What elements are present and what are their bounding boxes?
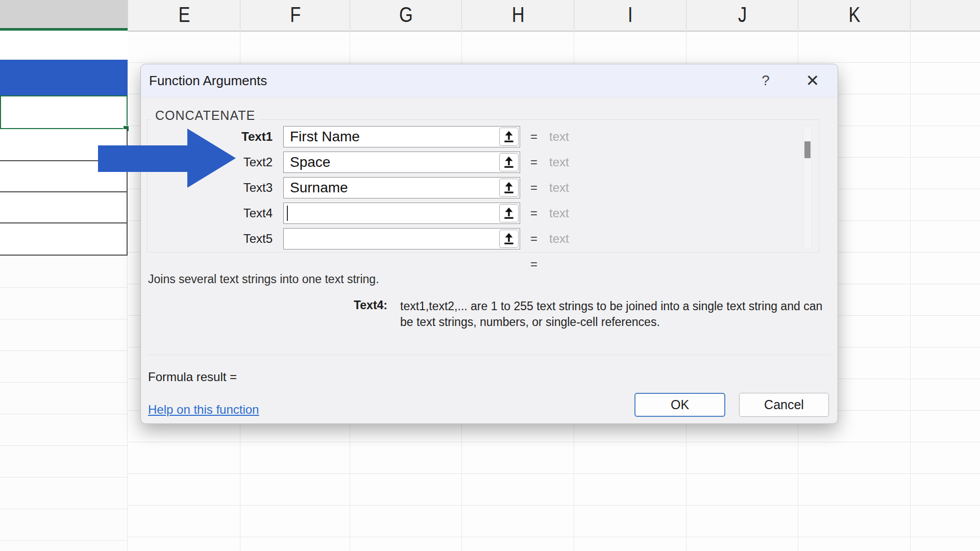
function-arguments-dialog: Function Arguments ? ✕ CONCATENATE Text1… bbox=[140, 64, 838, 424]
column-header-G[interactable]: G bbox=[350, 0, 462, 30]
selected-column-header[interactable] bbox=[0, 0, 128, 31]
bordered-table-rows[interactable] bbox=[0, 129, 128, 256]
function-name-label: CONCATENATE bbox=[151, 108, 259, 123]
argument-help-text: text1,text2,... are 1 to 255 text string… bbox=[400, 298, 831, 330]
argument-row-text4: Text4=text bbox=[141, 203, 838, 224]
argument-type-hint: text bbox=[549, 126, 569, 147]
excel-screen: EFGHIJK Function Arguments ? ✕ CONCATENA… bbox=[0, 0, 980, 551]
up-arrow-from-bar-icon bbox=[502, 181, 516, 194]
column-header-I[interactable]: I bbox=[574, 0, 687, 30]
result-equals-sign: = bbox=[524, 257, 544, 271]
help-on-function-link[interactable]: Help on this function bbox=[148, 403, 259, 417]
formula-result-label: Formula result = bbox=[148, 370, 237, 384]
cell[interactable] bbox=[0, 31, 128, 60]
gridline bbox=[910, 31, 911, 551]
argument-value: Space bbox=[290, 152, 330, 172]
argument-label: Text1 bbox=[211, 126, 273, 147]
gridline bbox=[128, 505, 980, 506]
equals-sign: = bbox=[524, 126, 544, 147]
table-row[interactable] bbox=[0, 129, 127, 161]
dialog-titlebar[interactable]: Function Arguments ? ✕ bbox=[141, 64, 838, 97]
collapse-dialog-button[interactable] bbox=[499, 153, 519, 171]
table-row[interactable] bbox=[0, 161, 127, 192]
argument-input-text3[interactable]: Surname bbox=[283, 177, 520, 198]
argument-input-text4[interactable] bbox=[283, 203, 520, 224]
argument-row-text1: Text1First Name=text bbox=[141, 126, 838, 147]
argument-label: Text4 bbox=[211, 203, 273, 224]
argument-help-label: Text4: bbox=[311, 298, 387, 312]
up-arrow-from-bar-icon bbox=[502, 232, 516, 245]
up-arrow-from-bar-icon bbox=[502, 156, 516, 169]
divider bbox=[147, 355, 831, 355]
gridline bbox=[128, 537, 980, 537]
argument-type-hint: text bbox=[549, 177, 569, 198]
column-header-row: EFGHIJK bbox=[0, 0, 980, 32]
equals-sign: = bbox=[524, 177, 544, 198]
collapse-dialog-button[interactable] bbox=[499, 128, 519, 146]
collapse-dialog-button[interactable] bbox=[499, 230, 519, 248]
argument-input-text2[interactable]: Space bbox=[283, 152, 520, 173]
gridline bbox=[128, 473, 980, 474]
argument-type-hint: text bbox=[549, 228, 569, 249]
column-letter: J bbox=[738, 3, 747, 27]
dialog-help-button[interactable]: ? bbox=[754, 69, 777, 92]
active-cell-selection[interactable] bbox=[0, 95, 128, 129]
function-description: Joins several text strings into one text… bbox=[148, 272, 379, 286]
collapse-dialog-button[interactable] bbox=[499, 179, 519, 197]
column-header-H[interactable]: H bbox=[461, 0, 574, 30]
argument-label: Text5 bbox=[211, 228, 273, 249]
argument-row-text3: Text3Surname=text bbox=[141, 177, 838, 198]
argument-value: First Name bbox=[290, 127, 360, 147]
column-header-J[interactable]: J bbox=[686, 0, 798, 30]
up-arrow-from-bar-icon bbox=[502, 207, 516, 220]
column-letter: I bbox=[628, 3, 633, 27]
column-header-partial[interactable] bbox=[910, 0, 980, 30]
arguments-scrollbar[interactable] bbox=[803, 126, 812, 249]
equals-sign: = bbox=[524, 228, 544, 249]
argument-type-hint: text bbox=[549, 152, 569, 173]
argument-row-text2: Text2Space=text bbox=[141, 152, 838, 173]
column-letter: F bbox=[290, 3, 301, 27]
column-letter: E bbox=[179, 3, 190, 27]
dialog-title: Function Arguments bbox=[149, 73, 267, 89]
blue-filled-cell[interactable] bbox=[0, 60, 128, 95]
column-header-K[interactable]: K bbox=[798, 0, 911, 30]
up-arrow-from-bar-icon bbox=[502, 130, 516, 143]
gridline bbox=[128, 442, 980, 442]
argument-label: Text2 bbox=[211, 152, 273, 173]
column-header-F[interactable]: F bbox=[240, 0, 350, 30]
ok-button[interactable]: OK bbox=[634, 393, 725, 417]
argument-value: Surname bbox=[290, 178, 348, 198]
equals-sign: = bbox=[524, 152, 544, 173]
argument-input-text1[interactable]: First Name bbox=[283, 126, 520, 147]
column-letter: G bbox=[399, 3, 413, 27]
gridline bbox=[128, 62, 980, 63]
column-header-E[interactable]: E bbox=[128, 0, 240, 30]
text-cursor bbox=[287, 206, 288, 221]
argument-type-hint: text bbox=[549, 203, 569, 224]
argument-input-text5[interactable] bbox=[283, 228, 520, 249]
argument-label: Text3 bbox=[211, 177, 273, 198]
collapse-dialog-button[interactable] bbox=[499, 204, 519, 222]
column-letter: K bbox=[849, 3, 861, 27]
equals-sign: = bbox=[524, 203, 544, 224]
cancel-button[interactable]: Cancel bbox=[739, 393, 829, 417]
close-icon[interactable]: ✕ bbox=[801, 69, 824, 92]
table-row[interactable] bbox=[0, 192, 127, 223]
scrollbar-thumb[interactable] bbox=[804, 141, 811, 158]
table-row[interactable] bbox=[0, 223, 127, 256]
column-letter: H bbox=[512, 3, 525, 27]
argument-row-text5: Text5=text bbox=[141, 228, 838, 249]
empty-rows bbox=[0, 256, 128, 551]
